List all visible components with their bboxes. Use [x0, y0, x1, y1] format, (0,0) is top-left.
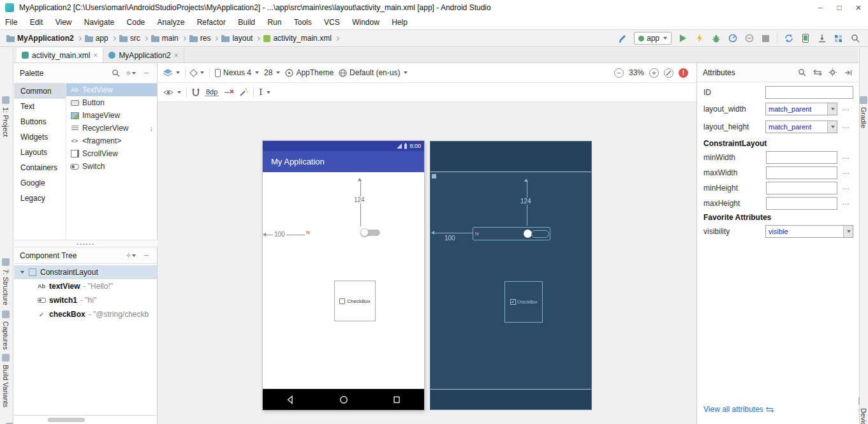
visibility-select[interactable]: visible [765, 225, 853, 238]
resource-picker-button[interactable] [842, 103, 850, 112]
resource-picker-button[interactable] [842, 198, 850, 207]
gear-icon[interactable] [126, 251, 136, 260]
palette-category-google[interactable]: Google [14, 175, 66, 191]
locale-select[interactable]: Default (en-us) [339, 68, 408, 77]
project-structure-button[interactable] [833, 33, 844, 44]
menu-window[interactable]: Window [347, 15, 385, 29]
expand-chevron-icon[interactable] [20, 271, 24, 274]
dropdown-button[interactable] [843, 226, 853, 237]
hide-panel-icon[interactable] [142, 68, 151, 78]
resource-picker-button[interactable] [842, 121, 850, 130]
breadcrumb-item[interactable]: src [118, 34, 142, 43]
dropdown-button[interactable] [827, 121, 837, 133]
menu-build[interactable]: Build [233, 15, 260, 29]
resource-picker-button[interactable] [842, 152, 850, 161]
breadcrumb-item[interactable]: layout [220, 34, 254, 43]
hide-panel-icon[interactable] [142, 251, 151, 260]
switch-widget[interactable]: hi [473, 227, 550, 240]
menu-refactor[interactable]: Refactor [192, 15, 231, 29]
minimize-button[interactable] [811, 0, 830, 15]
close-tab-icon[interactable] [174, 51, 179, 60]
switch-widget[interactable]: hi [305, 226, 381, 239]
palette-item-fragment[interactable]: <fragment> [66, 135, 157, 147]
default-margin-select[interactable]: 8dp [205, 88, 219, 96]
minwidth-input[interactable] [766, 151, 837, 164]
apply-changes-button[interactable] [694, 33, 705, 44]
hide-panel-icon[interactable] [843, 68, 853, 77]
design-surface[interactable]: 8:00 My Application 124 100 hi CheckBox [158, 102, 696, 424]
maxheight-input[interactable] [766, 197, 837, 210]
autoconnect-toggle[interactable] [192, 88, 200, 97]
error-indicator[interactable] [679, 68, 688, 78]
breadcrumb-item[interactable]: app [84, 34, 110, 43]
palette-category-containers[interactable]: Containers [14, 160, 66, 175]
breadcrumb-item[interactable]: res [188, 34, 212, 43]
palette-category-layouts[interactable]: Layouts [14, 145, 66, 160]
breadcrumb-item[interactable]: main [150, 34, 180, 43]
breadcrumb-item[interactable]: MyApplication2 [5, 34, 75, 43]
search-icon[interactable] [797, 68, 807, 77]
design-preview[interactable]: 8:00 My Application 124 100 hi CheckBox [263, 141, 424, 410]
swap-view-icon[interactable] [813, 68, 822, 77]
palette-category-widgets[interactable]: Widgets [14, 129, 66, 145]
menu-edit[interactable]: Edit [25, 15, 48, 29]
minheight-input[interactable] [766, 182, 837, 194]
menu-code[interactable]: Code [122, 15, 151, 29]
view-options-select[interactable] [163, 89, 181, 96]
tool-window-captures[interactable]: Captures [2, 311, 10, 350]
menu-run[interactable]: Run [262, 15, 286, 29]
tab-myapplication2[interactable]: MyApplication2 [103, 48, 184, 62]
zoom-in-button[interactable] [649, 68, 659, 78]
api-version-select[interactable]: 28 [264, 68, 280, 77]
tree-row-constraintlayout[interactable]: ConstraintLayout [14, 265, 157, 279]
id-input[interactable] [765, 86, 853, 99]
layout-width-select[interactable]: match_parent [765, 103, 837, 115]
pencil-icon[interactable] [617, 33, 628, 44]
maxwidth-input[interactable] [766, 166, 837, 179]
palette-item-button[interactable]: Button [66, 96, 157, 109]
palette-category-legacy[interactable]: Legacy [14, 191, 66, 206]
palette-item-switch[interactable]: Switch [66, 160, 157, 173]
cursor-mode-select[interactable] [259, 87, 270, 97]
menu-tools[interactable]: Tools [289, 15, 317, 29]
avd-manager-button[interactable] [800, 33, 811, 44]
menu-vcs[interactable]: VCS [319, 15, 345, 29]
menu-analyze[interactable]: Analyze [152, 15, 190, 29]
palette-item-recyclerview[interactable]: RecyclerView [66, 122, 157, 135]
tree-row-checkbox[interactable]: checkBox - "@string/checkb [14, 307, 157, 321]
design-surface-select[interactable] [163, 69, 180, 77]
download-icon[interactable] [150, 124, 154, 132]
tree-row-switch1[interactable]: switch1 - "hi" [14, 293, 157, 307]
scrollbar-thumb[interactable] [48, 418, 85, 422]
zoom-fit-button[interactable] [664, 68, 673, 78]
search-icon[interactable] [111, 68, 121, 78]
resource-picker-button[interactable] [842, 182, 850, 191]
sdk-manager-button[interactable] [816, 33, 827, 44]
menu-view[interactable]: View [50, 15, 77, 29]
menu-file[interactable]: File [0, 15, 22, 29]
menu-navigate[interactable]: Navigate [79, 15, 119, 29]
blueprint-preview[interactable]: 124 100 hi CheckBox [430, 141, 592, 410]
palette-category-text[interactable]: Text [14, 99, 66, 114]
maximize-button[interactable] [830, 0, 849, 15]
tool-window-structure[interactable]: 7: Structure [2, 258, 10, 305]
selection-handle[interactable] [432, 174, 436, 179]
panel-splitter[interactable] [14, 240, 158, 247]
tree-row-textview[interactable]: textView - "Hello!" [14, 279, 157, 293]
checkbox-widget[interactable]: CheckBox [334, 281, 376, 321]
palette-category-common[interactable]: Common [14, 84, 66, 99]
debug-button[interactable] [710, 33, 721, 44]
gear-icon[interactable] [126, 68, 136, 78]
palette-item-imageview[interactable]: ImageView [66, 109, 157, 122]
sync-gradle-button[interactable] [783, 33, 794, 44]
clear-constraints-button[interactable] [224, 88, 234, 96]
infer-constraints-button[interactable] [239, 88, 248, 97]
tool-window-build-variants[interactable]: Build Variants [2, 354, 10, 407]
theme-select[interactable]: AppTheme [285, 68, 334, 77]
attach-debugger-icon[interactable] [744, 33, 754, 44]
checkbox-widget[interactable]: CheckBox [504, 281, 543, 323]
palette-category-buttons[interactable]: Buttons [14, 114, 66, 129]
orientation-select[interactable] [191, 70, 204, 76]
breadcrumb-item[interactable]: activity_main.xml [262, 34, 332, 43]
run-button[interactable] [677, 33, 688, 44]
